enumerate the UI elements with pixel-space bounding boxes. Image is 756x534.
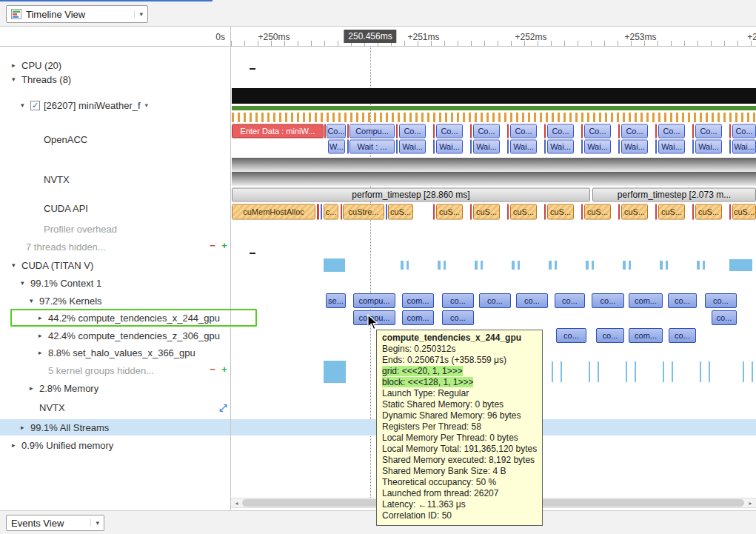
cuda-api-block[interactable]: cuS... <box>473 204 500 219</box>
gpu-activity-block[interactable] <box>555 261 557 270</box>
cuda-api-block[interactable]: cuS... <box>658 204 685 219</box>
kernel-block[interactable]: co... <box>442 293 474 308</box>
cuda-api-block[interactable]: cuS... <box>436 204 463 219</box>
cuda-api-block[interactable] <box>507 204 509 219</box>
tree-row[interactable]: ▸ 42.4% compute_tendencies_z_306_gpu <box>39 328 224 343</box>
tree-row[interactable]: ▸ 99.1% All Streams <box>21 420 113 435</box>
openacc-wait-block[interactable] <box>470 139 472 153</box>
tree-row[interactable]: ▾ CUDA (TITAN V) <box>12 258 98 273</box>
kernel-block[interactable]: co... <box>592 293 624 308</box>
kernel-block[interactable]: co... <box>712 310 737 325</box>
openacc-event-block[interactable] <box>470 124 472 138</box>
kernel-block[interactable]: co... <box>442 310 474 325</box>
nvtx-collapsed-band[interactable] <box>232 158 756 172</box>
gpu-activity-block[interactable] <box>512 261 515 270</box>
restore-rows-button[interactable]: + <box>220 364 229 375</box>
gpu-activity-block[interactable] <box>666 261 668 270</box>
kernel-block[interactable]: com... <box>402 310 434 325</box>
time-marker-badge[interactable]: 250.456ms <box>344 30 396 43</box>
memory-transfer-block[interactable] <box>598 361 599 382</box>
tree-row[interactable]: ▾ 99.1% Context 1 <box>21 276 106 290</box>
tree-row[interactable]: ▾ Threads (8) <box>12 72 76 87</box>
cuda-api-block[interactable]: cuS... <box>584 204 611 219</box>
openacc-event-block[interactable] <box>433 124 435 138</box>
cuda-api-block[interactable] <box>433 204 435 219</box>
memory-transfer-block[interactable] <box>635 361 636 382</box>
memory-transfer-block[interactable] <box>700 361 701 382</box>
memory-transfer-block[interactable] <box>324 361 346 383</box>
cuda-api-block[interactable] <box>341 204 342 219</box>
openacc-event-block[interactable]: Co... <box>695 124 722 138</box>
openacc-event-block[interactable] <box>618 124 620 138</box>
kernel-block[interactable]: co... <box>556 328 586 343</box>
openacc-event-block[interactable]: Co... <box>584 124 611 138</box>
openacc-event-block[interactable] <box>729 124 731 138</box>
tree-row[interactable]: CUDA API <box>34 201 93 216</box>
kernel-block[interactable]: co... <box>596 328 624 343</box>
memory-transfer-block[interactable] <box>561 361 562 382</box>
tree-toggle-icon[interactable]: ▸ <box>39 349 48 356</box>
openacc-event-block[interactable] <box>324 124 326 138</box>
kernel-block[interactable]: compu... <box>353 293 395 308</box>
gpu-activity-block[interactable] <box>444 261 446 270</box>
openacc-event-block[interactable] <box>581 124 583 138</box>
openacc-wait-block[interactable]: Wai... <box>621 139 648 153</box>
openacc-event-block[interactable] <box>347 124 349 138</box>
cuda-api-block[interactable] <box>729 204 731 219</box>
tree-row[interactable]: ▸ 8.8% set_halo_values_x_366_gpu <box>39 345 200 360</box>
openacc-event-block[interactable]: Co... <box>327 124 346 138</box>
openacc-wait-block[interactable]: Wait : ... <box>349 139 395 153</box>
cuda-api-block[interactable]: cuS... <box>621 204 648 219</box>
openacc-wait-block[interactable]: Wai... <box>399 139 426 153</box>
thread-checkbox[interactable]: ✓ <box>30 101 40 110</box>
openacc-wait-block[interactable]: Wai... <box>473 139 500 153</box>
openacc-wait-block[interactable]: Wai... <box>584 139 611 153</box>
kernel-block[interactable]: co... <box>669 328 696 343</box>
gpu-activity-block[interactable] <box>623 261 626 270</box>
timeline-view-dropdown[interactable]: Timeline View ▾ <box>6 5 148 23</box>
openacc-wait-block[interactable] <box>729 139 731 153</box>
openacc-event-block[interactable]: Enter Data : miniW... <box>232 124 324 138</box>
openacc-wait-block[interactable]: Wai... <box>658 139 685 153</box>
cuda-api-block[interactable] <box>618 204 620 219</box>
gpu-activity-block[interactable] <box>629 261 631 270</box>
openacc-wait-block[interactable] <box>544 139 546 153</box>
openacc-wait-block[interactable] <box>347 139 349 153</box>
openacc-wait-block[interactable] <box>433 139 435 153</box>
cuda-api-block[interactable] <box>581 204 583 219</box>
tree-row[interactable]: NVTX <box>30 400 70 415</box>
openacc-wait-block[interactable] <box>692 139 694 153</box>
kernel-block[interactable]: co... <box>516 293 548 308</box>
scroll-left-button[interactable]: ◂ <box>232 498 241 507</box>
tree-toggle-icon[interactable]: ▾ <box>12 261 21 269</box>
memory-transfer-block[interactable] <box>752 361 753 382</box>
remove-rows-button[interactable]: − <box>208 364 217 375</box>
nvtx-range-block[interactable]: perform_timestep [2.073 m... <box>592 187 756 201</box>
gpu-activity-block[interactable] <box>592 261 594 270</box>
openacc-event-block[interactable] <box>544 124 546 138</box>
kernel-block[interactable]: com... <box>629 293 663 308</box>
gpu-activity-block[interactable] <box>729 259 752 271</box>
openacc-event-block[interactable]: Compu... <box>349 124 395 138</box>
gpu-activity-block[interactable] <box>475 261 478 270</box>
openacc-wait-block[interactable] <box>581 139 583 153</box>
cuda-api-block[interactable] <box>655 204 657 219</box>
openacc-wait-block[interactable]: Wai... <box>695 139 722 153</box>
nvtx-range-block[interactable]: perform_timestep [28.860 ms] <box>232 187 590 201</box>
tree-toggle-icon[interactable]: ▸ <box>21 424 30 431</box>
openacc-wait-block[interactable]: W... <box>328 139 345 153</box>
openacc-wait-block[interactable]: Wai... <box>510 139 537 153</box>
tree-row[interactable]: 7 threads hidden... <box>16 239 110 254</box>
cuda-api-block[interactable]: cuMemHostAlloc <box>232 204 315 219</box>
cuda-api-block[interactable]: cuS... <box>388 204 413 219</box>
tree-row[interactable]: NVTX <box>34 172 74 187</box>
cuda-api-block[interactable] <box>692 204 694 219</box>
thread-state-track[interactable] <box>232 88 756 104</box>
tree-toggle-icon[interactable]: ▾ <box>12 76 21 83</box>
tree-row[interactable]: 5 kernel groups hidden... <box>39 363 158 378</box>
gpu-activity-block[interactable] <box>518 261 520 270</box>
openacc-event-block[interactable] <box>507 124 509 138</box>
gpu-activity-block[interactable] <box>586 261 589 270</box>
tree-row[interactable]: ▾ ✓ [26207] miniWeather_f ▾ <box>21 98 148 113</box>
openacc-event-block[interactable]: Co... <box>399 124 426 138</box>
